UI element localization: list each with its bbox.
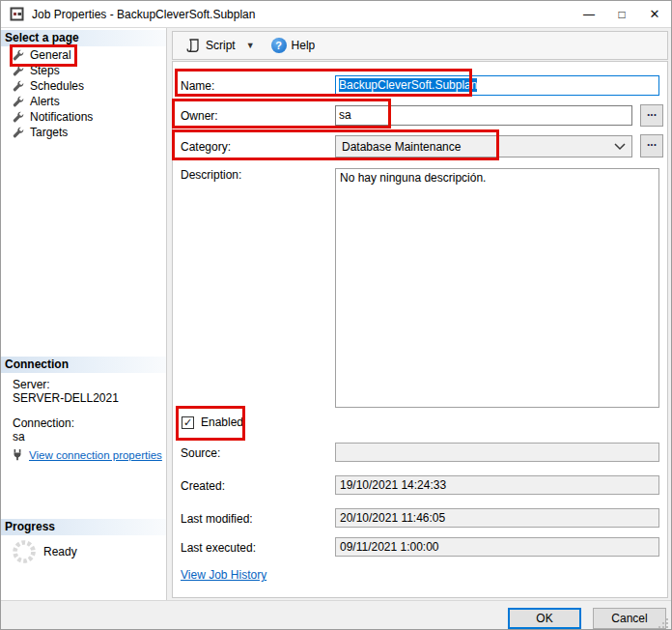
description-textarea[interactable]: No hay ninguna descripción. [335, 168, 659, 408]
sidebar-item-label: Notifications [30, 110, 93, 124]
name-input[interactable]: BackupCleverSoft.Subplan [335, 75, 659, 96]
resize-grip[interactable] [657, 616, 669, 629]
progress-status: Ready [43, 545, 77, 558]
wrench-icon [13, 80, 24, 92]
category-select[interactable]: Database Maintenance [335, 135, 632, 158]
script-icon [185, 38, 201, 53]
connection-header: Connection [1, 357, 166, 373]
enabled-row: ✓ Enabled [182, 415, 243, 429]
category-value: Database Maintenance [342, 140, 461, 154]
view-connection-properties-link[interactable]: View connection properties [29, 449, 162, 461]
job-properties-dialog: Job Properties - BackupCleverSoft.Subpla… [0, 0, 672, 630]
cancel-button[interactable]: Cancel [593, 608, 666, 629]
ok-button[interactable]: OK [508, 608, 581, 629]
connection-value: sa [13, 430, 25, 444]
footer: OK Cancel [1, 600, 671, 630]
window-title: Job Properties - BackupCleverSoft.Subpla… [32, 8, 255, 21]
owner-label: Owner: [181, 109, 218, 123]
source-label: Source: [181, 446, 220, 460]
connection-plug-icon [11, 448, 24, 462]
toolbar: Script ▼ ? Help [172, 31, 668, 60]
sidebar-item-label: General [30, 48, 71, 62]
sidebar-item-general[interactable]: General [1, 47, 166, 63]
sidebar-item-label: Steps [30, 64, 60, 77]
general-page-panel: Name: BackupCleverSoft.Subplan Owner: sa… [172, 61, 668, 598]
page-list: General Steps Schedules Alerts Notificat… [1, 47, 166, 140]
connection-label: Connection: [13, 416, 74, 430]
last-executed-label: Last executed: [181, 541, 256, 555]
selected-text: BackupCleverSoft.Subplan [339, 78, 477, 92]
help-button[interactable]: ? Help [267, 36, 320, 55]
enabled-label: Enabled [201, 415, 243, 429]
sidebar-item-schedules[interactable]: Schedules [1, 78, 166, 94]
sidebar-item-targets[interactable]: Targets [1, 125, 166, 140]
wrench-icon [13, 127, 24, 138]
sidebar-item-label: Alerts [30, 95, 60, 108]
wrench-icon [13, 111, 24, 123]
description-label: Description: [181, 168, 241, 182]
sidebar-item-alerts[interactable]: Alerts [1, 94, 166, 109]
sidebar-item-notifications[interactable]: Notifications [1, 109, 166, 125]
sidebar-item-label: Schedules [30, 79, 84, 93]
chevron-down-icon [614, 143, 626, 151]
created-field: 19/10/2021 14:24:33 [335, 475, 659, 495]
window-controls: — □ ✕ [573, 1, 671, 27]
close-icon[interactable]: ✕ [638, 1, 671, 27]
wrench-icon [13, 96, 24, 107]
checkmark-icon: ✓ [183, 417, 192, 428]
view-connection-row: View connection properties [11, 448, 162, 462]
sidebar-item-label: Targets [30, 126, 68, 139]
category-browse-button[interactable]: ... [640, 134, 663, 158]
progress-header: Progress [1, 519, 166, 535]
enabled-checkbox[interactable]: ✓ [182, 416, 194, 429]
progress-spinner-icon [11, 538, 38, 565]
script-button[interactable]: Script [182, 36, 239, 55]
dialog-window-icon [10, 7, 24, 21]
help-icon: ? [271, 38, 287, 53]
source-field [335, 443, 659, 462]
last-modified-field: 20/10/2021 11:46:05 [335, 508, 659, 528]
sidebar-item-steps[interactable]: Steps [1, 63, 166, 78]
owner-browse-button[interactable]: ... [640, 104, 663, 127]
name-label: Name: [181, 79, 214, 93]
maximize-icon[interactable]: □ [605, 1, 638, 27]
last-modified-label: Last modified: [181, 512, 253, 526]
wrench-icon [13, 65, 24, 76]
help-button-label: Help [292, 39, 316, 52]
server-label: Server: [13, 378, 50, 391]
sidebar: Select a page General Steps Schedules Al… [1, 28, 167, 600]
created-label: Created: [181, 479, 225, 493]
last-executed-field: 09/11/2021 1:00:00 [335, 537, 659, 557]
wrench-icon [13, 49, 24, 61]
select-a-page-header: Select a page [1, 30, 166, 46]
main-area: Script ▼ ? Help Name: BackupCleverSoft.S… [167, 28, 672, 600]
minimize-icon[interactable]: — [573, 1, 605, 27]
category-label: Category: [181, 140, 231, 154]
view-job-history-link[interactable]: View Job History [181, 568, 266, 582]
chevron-down-icon[interactable]: ▼ [243, 39, 258, 52]
owner-input[interactable]: sa [335, 105, 632, 126]
script-button-label: Script [206, 39, 236, 52]
title-bar: Job Properties - BackupCleverSoft.Subpla… [1, 1, 671, 28]
server-value: SERVER-DELL2021 [13, 391, 119, 405]
